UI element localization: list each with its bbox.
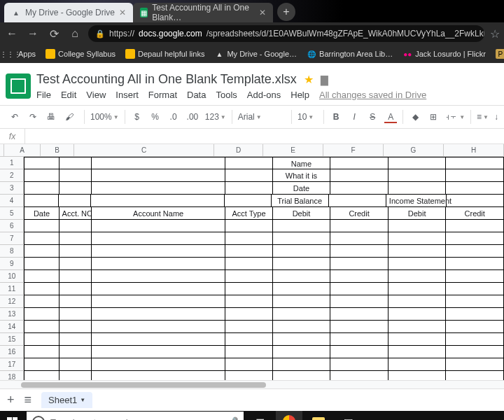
col-header-B[interactable]: B (41, 144, 74, 157)
cell[interactable] (92, 333, 226, 346)
bookmark-item[interactable]: ▲My Drive - Google… (214, 49, 297, 59)
row-header[interactable]: 17 (0, 358, 24, 371)
cell[interactable]: What it is (273, 169, 331, 182)
cell[interactable]: Account Name (92, 207, 226, 220)
cell[interactable] (273, 283, 331, 295)
task-view-button[interactable]: ⊡ (246, 411, 273, 420)
cell[interactable] (92, 295, 226, 308)
row-header[interactable]: 16 (0, 346, 24, 358)
cell[interactable] (59, 346, 92, 358)
mic-icon[interactable]: 🎤 (226, 416, 238, 420)
cell[interactable]: Acct. NO. (59, 207, 92, 220)
cell[interactable] (59, 295, 92, 308)
cell[interactable]: Trial Balance (272, 195, 329, 207)
col-header-C[interactable]: C (74, 144, 214, 157)
cell[interactable] (330, 371, 388, 380)
cell[interactable] (59, 308, 92, 321)
valign-button[interactable]: ↓ (494, 112, 498, 122)
col-header-F[interactable]: F (323, 144, 384, 157)
col-header-A[interactable]: A (4, 144, 41, 157)
cell[interactable] (330, 321, 388, 333)
cell[interactable] (91, 195, 224, 207)
bookmark-item[interactable]: College Syllabus (46, 49, 115, 59)
bookmark-item[interactable]: Depaul helpful links (125, 49, 204, 59)
new-tab-button[interactable]: + (277, 3, 295, 21)
cell[interactable] (273, 295, 331, 308)
row-header[interactable]: 11 (0, 283, 24, 295)
cell[interactable] (330, 157, 388, 169)
taskbar-chrome[interactable] (276, 411, 302, 420)
cell[interactable] (24, 371, 59, 380)
cell[interactable]: Debit (273, 207, 331, 220)
row-header[interactable]: 15 (0, 333, 24, 346)
percent-button[interactable]: % (149, 111, 162, 123)
cell[interactable] (59, 169, 92, 182)
cell[interactable] (59, 245, 92, 258)
row-header[interactable]: 18 (0, 371, 24, 380)
fill-color-button[interactable]: ◆ (409, 111, 421, 123)
print-button[interactable]: 🖶 (45, 111, 57, 123)
cell[interactable] (330, 232, 388, 245)
col-header-H[interactable]: H (444, 144, 504, 157)
cell[interactable] (446, 308, 504, 321)
currency-button[interactable]: $ (131, 111, 144, 123)
sheets-logo-icon[interactable] (6, 74, 31, 99)
cell[interactable] (225, 295, 272, 308)
cell[interactable] (24, 321, 59, 333)
cell[interactable] (92, 346, 226, 358)
cell[interactable] (225, 245, 272, 258)
taskbar-explorer[interactable] (305, 411, 332, 420)
cell[interactable] (388, 346, 447, 358)
cell[interactable] (24, 157, 59, 169)
bold-button[interactable]: B (330, 111, 342, 123)
italic-button[interactable]: I (348, 111, 360, 123)
cell[interactable] (388, 270, 447, 283)
fontsize-dropdown[interactable]: 10▼ (298, 112, 318, 122)
col-header-D[interactable]: D (214, 144, 263, 157)
cell[interactable] (59, 371, 92, 380)
cell[interactable] (388, 157, 447, 169)
cell[interactable] (273, 232, 331, 245)
row-header[interactable]: 14 (0, 321, 24, 333)
cell[interactable]: Date (273, 182, 331, 195)
row-header[interactable]: 10 (0, 270, 24, 283)
cell[interactable]: Debit (388, 207, 447, 220)
cell[interactable] (59, 270, 92, 283)
save-status[interactable]: All changes saved in Drive (319, 90, 426, 100)
dec-decrease-button[interactable]: .0 (167, 111, 180, 123)
bookmark-item[interactable]: 🌐Barrington Area Lib… (307, 49, 393, 59)
move-folder-icon[interactable]: ▇ (321, 74, 328, 85)
row-header[interactable]: 5 (0, 207, 24, 220)
cell[interactable] (330, 295, 388, 308)
row-header[interactable]: 13 (0, 308, 24, 321)
cell[interactable] (330, 333, 388, 346)
home-button[interactable]: ⌂ (67, 26, 83, 41)
menu-format[interactable]: Format (148, 90, 177, 100)
cell[interactable] (388, 182, 447, 195)
add-sheet-button[interactable]: + (7, 393, 15, 407)
cell[interactable] (24, 308, 59, 321)
cell[interactable] (225, 220, 272, 232)
cell[interactable] (225, 333, 272, 346)
document-title[interactable]: Test Accounting All in One Blank Templat… (36, 72, 297, 87)
cell[interactable] (92, 283, 226, 295)
scrollbar-thumb[interactable] (21, 382, 266, 388)
cell[interactable] (330, 220, 388, 232)
cell[interactable] (446, 333, 504, 346)
cell[interactable] (273, 270, 331, 283)
row-header[interactable]: 9 (0, 258, 24, 270)
cell[interactable] (273, 321, 331, 333)
cell[interactable]: Income Statement (386, 195, 447, 207)
row-header[interactable]: 6 (0, 220, 24, 232)
cell[interactable] (59, 195, 91, 207)
dec-increase-button[interactable]: .00 (186, 111, 200, 123)
borders-button[interactable]: ⊞ (427, 111, 440, 123)
start-button[interactable] (0, 411, 24, 420)
cell[interactable] (59, 283, 92, 295)
cell[interactable] (388, 258, 447, 270)
cell[interactable] (225, 321, 272, 333)
row-header[interactable]: 3 (0, 182, 24, 195)
omnibox[interactable]: 🔒 https://docs.google.com/spreadsheets/d… (88, 25, 484, 42)
cell[interactable]: Name (273, 157, 331, 169)
windows-search[interactable]: 🎤 (27, 412, 244, 420)
